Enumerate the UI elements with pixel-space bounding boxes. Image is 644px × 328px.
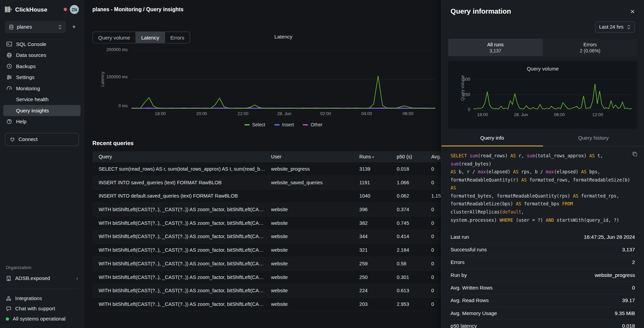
sql-code[interactable]: SELECT sum(read_rows) AS r, sum(total_ro… [451,152,635,224]
clickhouse-logo-icon[interactable] [5,6,12,13]
stat-value: 3,137 [622,247,635,253]
latency-plot[interactable] [132,50,435,109]
runs-cell: 224 [359,288,397,294]
query-volume-plot[interactable] [474,80,632,110]
chart-header-row: Query volume Latency Errors Latency [92,32,441,44]
avg-cell: 0 [431,274,441,280]
organization-name: ADSB.exposed [15,276,50,281]
latency-x-axis: 18:00 20:00 22:00 28. Jun 02:00 04:00 06… [132,111,435,118]
sidebar-item-service-health[interactable]: Service health [3,94,80,105]
database-icon [9,24,14,30]
y-tick: 0 ms [98,103,128,108]
connect-button[interactable]: Connect [5,133,79,146]
tab-query-history[interactable]: Query history [543,135,644,146]
column-header-p50[interactable]: p50 (s) [397,154,431,159]
user-cell: website [271,274,359,280]
sidebar-item-label: Help [16,119,27,125]
stat-label: Avg. Written Rows [451,285,493,291]
avg-cell: 0 [431,220,441,226]
tab-query-volume[interactable]: Query volume [93,32,135,43]
stat-label: Run by [451,272,467,278]
service-selector[interactable]: planes [5,21,65,33]
p50-cell: 0.018 [397,166,431,172]
runs-cell: 3139 [359,166,397,172]
table-row[interactable]: INSERT INTO default.saved_queries (text)… [92,189,441,203]
runs-cell: 203 [359,301,397,307]
chevron-updown-icon [58,24,62,30]
recent-queries-table: Query User Runs▾ p50 (s) Avg. SELECT sum… [92,151,441,311]
system-status-link[interactable]: All systems operational [0,314,84,324]
runs-errors-segments: All runs 3,137 Errors 2 (0.06%) [448,38,637,56]
p50-cell: 0.062 [397,193,431,199]
query-cell: INSERT INTO saved_queries (text) FORMAT … [92,179,271,185]
chat-support-link[interactable]: Chat with support [0,303,84,314]
legend-item-select[interactable]: Select [244,122,265,127]
column-header-user[interactable]: User [271,154,359,159]
p50-cell: 1.066 [397,179,431,185]
sidebar-item-sql-console[interactable]: SQL Console [3,38,80,50]
sidebar-item-label: SQL Console [16,41,46,47]
x-tick: 18:00 [477,112,488,117]
time-range-select[interactable]: Last 24 hrs [595,21,635,33]
chevron-right-icon: › [76,276,78,281]
page-title: planes - Monitoring / Query insights [92,0,441,12]
sidebar-item-backups[interactable]: Backups [3,61,80,72]
avatar[interactable]: ZN [70,5,79,14]
user-cell: website [271,220,359,226]
info-tabs: Query info Query history [441,135,644,146]
sidebar-item-query-insights[interactable]: Query insights [3,105,80,116]
runs-cell: 259 [359,261,397,267]
chat-icon [6,306,12,311]
column-header-avg[interactable]: Avg. [431,154,441,159]
copy-icon[interactable] [632,151,638,157]
query-cell: INSERT INTO default.saved_queries (text)… [92,193,271,199]
table-row[interactable]: WITH bitShiftLeft(CAST(?..), _CAST(?..))… [92,257,441,271]
sidebar-item-data-sources[interactable]: Data sources [3,50,80,61]
user-cell: website [271,301,359,307]
table-row[interactable]: WITH bitShiftLeft(CAST(?..), _CAST(?..))… [92,298,441,311]
table-row[interactable]: WITH bitShiftLeft(CAST(?..), _CAST(?..))… [92,284,441,298]
table-row[interactable]: SELECT sum(read_rows) AS r, sum(total_ro… [92,162,441,176]
service-row: planes + [0,18,84,37]
segment-all-runs[interactable]: All runs 3,137 [448,38,543,56]
sidebar-item-help[interactable]: Help [3,116,80,127]
stat-value: 2 [632,260,635,265]
table-row[interactable]: WITH bitShiftLeft(CAST(?..), _CAST(?..))… [92,203,441,217]
organization-switcher[interactable]: ADSB.exposed › [0,272,84,284]
column-header-query[interactable]: Query [92,154,271,159]
sidebar-item-label: Settings [16,74,34,80]
sidebar-item-settings[interactable]: Settings [3,72,80,83]
table-row[interactable]: WITH bitShiftLeft(CAST(?..), _CAST(?..))… [92,230,441,244]
sidebar-item-monitoring[interactable]: Monitoring [3,83,80,94]
legend-item-other[interactable]: Other [303,122,323,127]
time-range-row: Last 24 hrs [441,16,644,33]
add-service-button[interactable]: + [69,22,79,32]
p50-cell: 0.374 [397,207,431,213]
table-row[interactable]: INSERT INTO saved_queries (text) FORMAT … [92,176,441,189]
latency-chart-title: Latency [132,34,435,40]
legend-item-insert[interactable]: Insert [274,122,294,127]
y-tick: 100000 ms [98,74,128,79]
stat-row: Avg. Memory Usage 9.35 MiB [451,307,635,320]
notification-dot[interactable] [64,8,67,11]
query-cell: WITH bitShiftLeft(CAST(?..), _CAST(?..))… [92,234,271,239]
runs-cell: 344 [359,234,397,239]
segment-errors[interactable]: Errors 2 (0.06%) [543,38,638,56]
sql-code-block: SELECT sum(read_rows) AS r, sum(total_ro… [441,146,644,227]
integrations-link[interactable]: Integrations [0,293,84,303]
tab-query-info[interactable]: Query info [441,135,543,146]
column-header-runs[interactable]: Runs▾ [359,154,397,159]
user-cell: website [271,207,359,213]
avg-cell: 0 [431,207,441,213]
close-icon[interactable]: ✕ [630,8,635,15]
table-row[interactable]: WITH bitShiftLeft(CAST(?..), _CAST(?..))… [92,244,441,257]
p50-cell: 0.58 [397,261,431,267]
x-tick: 22:00 [238,111,249,116]
query-information-panel: Query information ✕ Last 24 hrs All runs… [441,0,644,328]
table-row[interactable]: WITH bitShiftLeft(CAST(?..), _CAST(?..))… [92,271,441,284]
select-swatch-icon [244,124,250,125]
table-row[interactable]: WITH bitShiftLeft(CAST(?..), _CAST(?..))… [92,217,441,230]
sql-code-line: SELECT sum(read_rows) AS r, sum(total_ro… [451,152,635,168]
stat-value: 0 [632,285,635,291]
stat-value: 0.018 [622,323,635,328]
